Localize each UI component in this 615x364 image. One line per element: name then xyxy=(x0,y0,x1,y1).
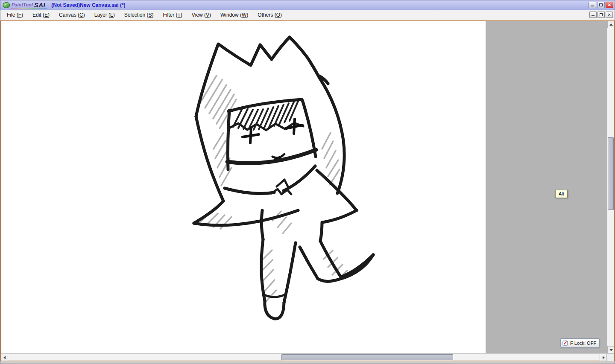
menu-items: File (F)Edit (E)Canvas (C)Layer (L)Selec… xyxy=(0,11,287,19)
workspace xyxy=(1,21,614,353)
canvas-viewport xyxy=(0,20,615,361)
window-controls xyxy=(589,2,613,8)
painttool-sai-window: PaintTool SAI (Not Saved)New Canvas.sai … xyxy=(0,0,615,364)
menu-layer[interactable]: Layer (L) xyxy=(90,11,120,19)
sketch-right-foot-top xyxy=(341,255,373,277)
sketch-face-right-edge xyxy=(302,100,316,157)
sketch-right-eye-v xyxy=(294,119,295,134)
app-logo-icon xyxy=(3,2,10,8)
minimize-button[interactable] xyxy=(589,2,596,8)
scroll-up-button[interactable] xyxy=(607,21,614,28)
stylus-icon xyxy=(562,340,568,346)
down-arrow-icon xyxy=(609,349,613,351)
scrollbar-corner xyxy=(607,354,614,361)
sketch-hand-fold xyxy=(277,180,289,188)
title-bar[interactable]: PaintTool SAI (Not Saved)New Canvas.sai … xyxy=(0,0,615,10)
sketch-right-sleeve-bottom xyxy=(322,210,357,222)
menu-edit[interactable]: Edit (E) xyxy=(28,11,54,19)
sketch-left-foot xyxy=(265,301,284,319)
sketch-ankle xyxy=(264,295,284,297)
menu-window[interactable]: Window (W) xyxy=(216,11,253,19)
maximize-button[interactable] xyxy=(597,2,605,8)
canvas[interactable] xyxy=(1,21,486,353)
canvas-drawing xyxy=(1,21,486,353)
vertical-scroll-track[interactable] xyxy=(607,28,614,346)
menu-filter[interactable]: Filter (T) xyxy=(158,11,187,19)
canvas-outside-area xyxy=(486,21,607,353)
app-logo: PaintTool SAI xyxy=(0,2,47,9)
up-arrow-icon xyxy=(609,23,613,26)
document-window-controls xyxy=(589,12,613,18)
menu-others[interactable]: Others (O) xyxy=(253,11,287,19)
menu-bar: File (F)Edit (E)Canvas (C)Layer (L)Selec… xyxy=(0,10,615,20)
menu-selection[interactable]: Selection (S) xyxy=(120,11,158,19)
f-lock-label: F Lock: OFF xyxy=(570,341,596,346)
left-arrow-icon xyxy=(3,356,6,359)
scroll-down-button[interactable] xyxy=(607,346,614,353)
window-frame-bottom xyxy=(0,361,615,363)
sketch-left-eye-v xyxy=(250,128,251,143)
sketch-head-left xyxy=(196,116,223,201)
sketch-mouth xyxy=(272,154,284,158)
sketch-arm-left xyxy=(225,188,274,193)
document-restore-button[interactable] xyxy=(597,12,605,18)
sketch-torso-right xyxy=(320,222,322,241)
sketch-left-ear xyxy=(196,44,251,116)
sketch-sleeve-top xyxy=(194,201,223,223)
sketch-right-leg-inner xyxy=(300,247,318,279)
horizontal-scroll-track[interactable] xyxy=(8,354,600,361)
sketch-right-foot-bottom xyxy=(318,255,373,281)
f-lock-button[interactable]: F Lock: OFF xyxy=(560,338,600,348)
menu-canvas[interactable]: Canvas (C) xyxy=(54,11,90,19)
document-close-button[interactable] xyxy=(606,12,613,18)
close-button[interactable] xyxy=(606,2,613,8)
sketch-left-leg-inner xyxy=(284,243,296,303)
sketch-right-ear xyxy=(272,37,318,76)
scroll-left-button[interactable] xyxy=(1,354,8,361)
window-title: (Not Saved)New Canvas.sai (*) xyxy=(51,2,125,8)
canvas-area xyxy=(1,21,607,353)
alt-tooltip: Alt xyxy=(555,190,568,198)
horizontal-scrollbar[interactable] xyxy=(1,353,614,361)
vertical-scroll-thumb[interactable] xyxy=(608,137,614,210)
sketch-torso-left xyxy=(261,210,263,239)
sketch-right-sleeve-top xyxy=(317,170,357,210)
sketch-tuft xyxy=(251,45,272,64)
vertical-scrollbar[interactable] xyxy=(607,21,614,353)
menu-file[interactable]: File (F) xyxy=(2,11,28,19)
scroll-right-button[interactable] xyxy=(600,354,607,361)
brand-sai: SAI xyxy=(34,2,46,8)
document-minimize-button[interactable] xyxy=(589,12,597,18)
brand-painttool: PaintTool xyxy=(12,3,33,8)
horizontal-scroll-thumb[interactable] xyxy=(281,354,453,360)
right-arrow-icon xyxy=(603,356,605,359)
menu-view[interactable]: View (V) xyxy=(187,11,216,19)
